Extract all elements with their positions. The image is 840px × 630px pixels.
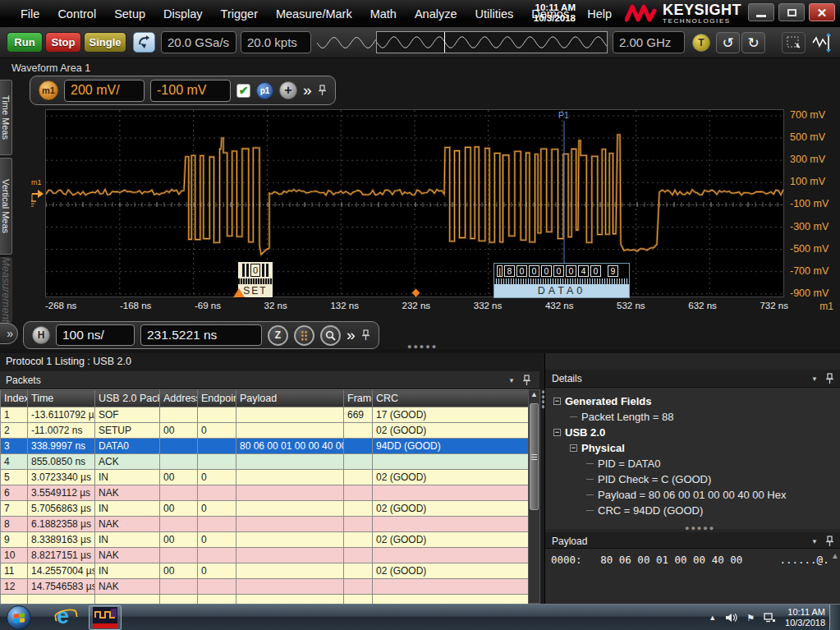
scrollbar-thumb[interactable] bbox=[530, 403, 539, 510]
packet-row[interactable]: 3338.9997 nsDATA080 06 00 01 00 00 40 00… bbox=[1, 439, 529, 454]
timebase-scale-field[interactable]: 100 ns/ bbox=[56, 324, 135, 346]
pin-icon[interactable] bbox=[318, 85, 327, 96]
tab-measurement[interactable]: Measurement bbox=[0, 257, 12, 323]
volume-icon[interactable] bbox=[725, 613, 737, 623]
channel-visible-checkbox[interactable]: ✔ bbox=[236, 84, 250, 98]
scroll-up-icon[interactable]: ▲ bbox=[529, 390, 539, 398]
horizontal-chevrons-icon[interactable]: » bbox=[347, 327, 356, 343]
tree-item[interactable]: −Physical bbox=[545, 440, 840, 456]
waveform-tool-button[interactable] bbox=[810, 32, 833, 53]
column-header[interactable]: Time bbox=[28, 390, 95, 407]
pin-icon[interactable] bbox=[522, 375, 531, 386]
horizontal-expander-button[interactable]: » bbox=[0, 323, 18, 344]
action-center-flag-icon[interactable]: ⚑ bbox=[746, 613, 755, 623]
column-header[interactable]: USB 2.0 Packet bbox=[95, 390, 160, 407]
packet-row[interactable] bbox=[1, 595, 529, 605]
menu-math[interactable]: Math bbox=[361, 2, 406, 26]
stop-button[interactable]: Stop bbox=[45, 32, 81, 53]
column-header[interactable]: Endpoint bbox=[198, 390, 236, 407]
expand-chevrons-icon[interactable]: » bbox=[303, 82, 312, 98]
column-header[interactable]: Payload bbox=[236, 390, 344, 407]
undo-button[interactable]: ↺ bbox=[716, 32, 740, 53]
payload-hex-view[interactable]: 0000: 80 06 00 01 00 00 40 00 ......@. ▲ bbox=[545, 549, 840, 604]
region-select-button[interactable] bbox=[782, 32, 806, 53]
packet-row[interactable]: 1-13.6110792 µsSOF66917 (GOOD) bbox=[1, 407, 529, 423]
tray-expand-icon[interactable]: ▲ bbox=[709, 614, 716, 622]
decode-bubble-data0[interactable]: |800000409 DATA0 bbox=[493, 263, 630, 298]
packets-label: Packets bbox=[6, 375, 41, 386]
splitter-grip[interactable]: ●●●●● bbox=[407, 345, 438, 349]
channel-m1-badge[interactable]: m1 bbox=[39, 80, 58, 100]
menu-setup[interactable]: Setup bbox=[105, 2, 154, 26]
redo-button[interactable]: ↻ bbox=[741, 32, 765, 53]
add-waveform-button[interactable]: + bbox=[279, 81, 297, 99]
network-icon[interactable] bbox=[764, 613, 776, 623]
packets-scrollbar[interactable]: ▲ bbox=[528, 389, 540, 604]
packets-dropdown-icon[interactable]: ▼ bbox=[508, 377, 515, 384]
collapse-icon[interactable]: − bbox=[553, 429, 561, 436]
tree-connector bbox=[586, 494, 594, 495]
zoom-mode-button[interactable]: Z bbox=[268, 325, 288, 346]
vertical-offset-field[interactable]: -100 mV bbox=[150, 80, 231, 102]
packet-row[interactable]: 63.5549112 µsNAK bbox=[1, 485, 529, 501]
channel-ground-marker[interactable]: m1 bbox=[31, 178, 44, 209]
packet-row[interactable]: 1214.7546583 µsNAK bbox=[1, 579, 529, 595]
menu-analyze[interactable]: Analyze bbox=[406, 2, 466, 26]
column-header[interactable]: CRC bbox=[373, 390, 529, 407]
maximize-button[interactable] bbox=[778, 3, 805, 21]
column-header[interactable]: Address bbox=[160, 390, 198, 407]
packet-row[interactable]: 86.1882358 µsNAK bbox=[1, 517, 529, 532]
memory-depth-field[interactable]: 20.0 kpts bbox=[241, 31, 311, 53]
collapse-icon[interactable]: − bbox=[570, 444, 577, 452]
column-header[interactable]: Index bbox=[1, 390, 28, 407]
trigger-badge[interactable]: T bbox=[692, 34, 710, 52]
memory-window-preview[interactable] bbox=[376, 31, 608, 53]
menu-help[interactable]: Help bbox=[578, 2, 621, 26]
packet-row[interactable]: 1114.2557004 µsIN00002 (GOOD) bbox=[1, 563, 529, 579]
pin-icon[interactable] bbox=[825, 373, 834, 384]
tree-item[interactable]: −Generated Fields bbox=[545, 393, 840, 409]
tray-clock[interactable]: 10:11 AM 10/3/2018 bbox=[785, 607, 825, 628]
run-button[interactable]: Run bbox=[7, 32, 43, 53]
column-header[interactable]: Frame bbox=[344, 390, 373, 407]
tree-item[interactable]: −USB 2.0 bbox=[545, 425, 840, 440]
menu-file[interactable]: File bbox=[11, 2, 48, 26]
packet-row[interactable]: 4855.0850 nsACK bbox=[1, 454, 529, 470]
menu-utilities[interactable]: Utilities bbox=[466, 2, 522, 26]
minimize-button[interactable] bbox=[748, 3, 774, 21]
show-desktop-button[interactable] bbox=[829, 605, 840, 630]
dots-display-button[interactable] bbox=[294, 325, 314, 346]
pin-icon[interactable] bbox=[825, 536, 834, 547]
menu-measure-mark[interactable]: Measure/Mark bbox=[267, 2, 361, 26]
probe-p1-badge[interactable]: p1 bbox=[256, 82, 273, 99]
bandwidth-field[interactable]: 2.00 GHz bbox=[613, 31, 685, 53]
menu-display[interactable]: Display bbox=[154, 2, 212, 26]
horizontal-badge[interactable]: H bbox=[32, 326, 50, 344]
single-button[interactable]: Single bbox=[84, 32, 126, 53]
timebase-position-field[interactable]: 231.5221 ns bbox=[140, 324, 262, 346]
menu-trigger[interactable]: Trigger bbox=[212, 2, 267, 26]
details-dropdown-icon[interactable]: ▼ bbox=[811, 375, 818, 383]
collapse-icon[interactable]: − bbox=[553, 398, 561, 405]
payload-dropdown-icon[interactable]: ▼ bbox=[811, 538, 818, 545]
start-button[interactable] bbox=[7, 605, 31, 630]
vertical-scale-field[interactable]: 200 mV/ bbox=[64, 80, 145, 102]
payload-splitter-grip[interactable]: ●●●●● bbox=[685, 527, 715, 531]
touch-button[interactable] bbox=[133, 32, 155, 53]
packet-row[interactable]: 2-11.0072 nsSETUP00002 (GOOD) bbox=[1, 423, 529, 439]
close-button[interactable]: ✕ bbox=[809, 3, 835, 21]
internet-explorer-button[interactable]: e bbox=[54, 606, 79, 629]
packet-row[interactable]: 108.8217151 µsNAK bbox=[1, 548, 529, 563]
menu-control[interactable]: Control bbox=[48, 2, 105, 26]
infiniium-taskbar-button[interactable] bbox=[89, 605, 122, 630]
payload-scroll-up-icon[interactable]: ▲ bbox=[831, 551, 839, 560]
waveform-plot[interactable]: P1 0 SET |800000409 DATA0 bbox=[45, 109, 784, 297]
sample-rate-field[interactable]: 20.0 GSa/s bbox=[161, 31, 236, 53]
search-zoom-button[interactable] bbox=[320, 325, 341, 346]
packet-row[interactable]: 53.0723340 µsIN00002 (GOOD) bbox=[1, 470, 529, 485]
packet-row[interactable]: 98.3389163 µsIN00002 (GOOD) bbox=[1, 532, 529, 548]
pin-icon[interactable] bbox=[361, 329, 370, 341]
tab-time-meas[interactable]: Time Meas bbox=[0, 80, 12, 155]
tab-vertical-meas[interactable]: Vertical Meas bbox=[0, 158, 12, 255]
packet-row[interactable]: 75.7056863 µsIN00002 (GOOD) bbox=[1, 501, 529, 517]
